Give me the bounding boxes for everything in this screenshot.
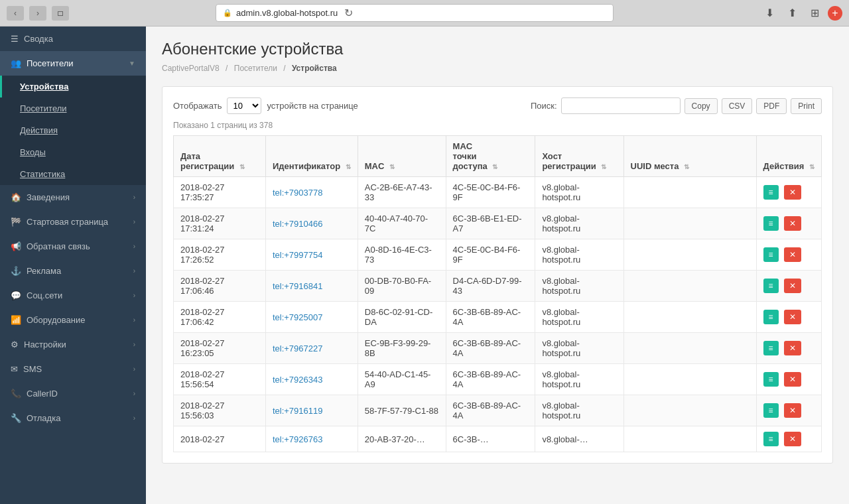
pdf-button[interactable]: PDF xyxy=(756,98,787,114)
sort-icon-mac[interactable]: ⇅ xyxy=(389,163,395,170)
fullscreen-button[interactable]: ⊞ xyxy=(805,4,824,23)
new-tab-button[interactable]: + xyxy=(828,6,842,21)
edit-button[interactable]: ≡ xyxy=(763,372,779,387)
delete-button[interactable]: ✕ xyxy=(784,185,801,200)
sidebar-item-dejstviya[interactable]: Действия xyxy=(0,119,146,141)
browser-chrome: ‹ › □ 🔒 admin.v8.global-hotspot.ru ↻ ⬇ ⬆… xyxy=(0,0,849,27)
window-button[interactable]: □ xyxy=(52,6,69,21)
edit-button[interactable]: ≡ xyxy=(763,216,779,231)
id-link[interactable]: tel:+7997754 xyxy=(273,250,323,260)
print-button[interactable]: Print xyxy=(791,98,822,114)
sort-icon-actions[interactable]: ⇅ xyxy=(809,163,815,170)
sidebar-item-vhody[interactable]: Входы xyxy=(0,141,146,163)
sidebar-item-startovaya[interactable]: 🏁 Стартовая страница › xyxy=(0,210,146,234)
sort-icon-host[interactable]: ⇅ xyxy=(601,163,606,170)
delete-button[interactable]: ✕ xyxy=(784,341,801,355)
page-title: Абонентские устройства xyxy=(162,40,833,58)
copy-button[interactable]: Copy xyxy=(685,98,718,114)
actions-cell: ≡ ✕ xyxy=(763,372,815,387)
sidebar-item-oborudovanie[interactable]: 📶 Оборудование › xyxy=(0,308,146,332)
edit-button[interactable]: ≡ xyxy=(763,341,779,355)
sidebar-item-posetiteli[interactable]: 👥 Посетители ▼ xyxy=(0,51,146,76)
per-page-select[interactable]: 10 25 50 100 xyxy=(227,97,261,114)
id-link[interactable]: tel:+7926343 xyxy=(273,375,323,385)
cell-actions: ≡ ✕ xyxy=(756,271,821,302)
sidebar-item-sms[interactable]: ✉ SMS › xyxy=(0,357,146,381)
sort-icon-mac-ap[interactable]: ⇅ xyxy=(492,163,497,170)
cell-date: 2018-02-27 17:06:46 xyxy=(174,271,266,302)
edit-button[interactable]: ≡ xyxy=(763,432,779,446)
breadcrumb-root[interactable]: CaptivePortalV8 xyxy=(162,64,220,73)
delete-button[interactable]: ✕ xyxy=(784,372,801,387)
sidebar-label-otladka: Отладка xyxy=(27,413,60,423)
id-link[interactable]: tel:+7926763 xyxy=(273,434,323,444)
cell-uuid xyxy=(623,302,756,333)
sidebar-item-ustrojstva[interactable]: Устройства xyxy=(0,76,146,97)
table-row: 2018-02-27 15:56:54 tel:+7926343 54-40-A… xyxy=(174,364,822,395)
main-content: Абонентские устройства CaptivePortalV8 /… xyxy=(146,27,849,504)
cell-id: tel:+7967227 xyxy=(265,333,358,364)
id-link[interactable]: tel:+7916841 xyxy=(273,281,323,291)
cell-id: tel:+7925007 xyxy=(265,302,358,333)
cell-host: v8.global-hotspot.ru xyxy=(535,395,623,426)
edit-button[interactable]: ≡ xyxy=(763,279,779,293)
soc-icon: 💬 xyxy=(11,290,21,300)
sidebar-item-soc-seti[interactable]: 💬 Соц.сети › xyxy=(0,283,146,308)
sidebar-item-zavedeniya[interactable]: 🏠 Заведения › xyxy=(0,185,146,210)
share-button[interactable]: ⬆ xyxy=(783,4,801,23)
download-button[interactable]: ⬇ xyxy=(760,4,779,23)
delete-button[interactable]: ✕ xyxy=(784,216,801,231)
edit-button[interactable]: ≡ xyxy=(763,247,779,262)
address-bar[interactable]: 🔒 admin.v8.global-hotspot.ru ↻ xyxy=(216,4,614,22)
table-info: Показано 1 страниц из 378 xyxy=(173,121,822,130)
sidebar-item-posetiteli-sub[interactable]: Посетители xyxy=(0,97,146,119)
delete-button[interactable]: ✕ xyxy=(784,432,801,446)
sidebar-item-statistika[interactable]: Статистика xyxy=(0,163,146,185)
id-link[interactable]: tel:+7967227 xyxy=(273,344,323,353)
cell-mac: A0-8D-16-4E-C3-73 xyxy=(358,239,446,271)
csv-button[interactable]: CSV xyxy=(722,98,753,114)
edit-button[interactable]: ≡ xyxy=(763,185,779,200)
id-link[interactable]: tel:+7916119 xyxy=(273,406,323,416)
sort-icon-uuid[interactable]: ⇅ xyxy=(684,163,689,170)
cell-host: v8.global-hotspot.ru xyxy=(535,177,623,208)
sidebar-item-reklama[interactable]: ⚓ Реклама › xyxy=(0,259,146,283)
forward-button[interactable]: › xyxy=(29,6,46,21)
menu-icon: ☰ xyxy=(11,34,19,44)
id-link[interactable]: tel:+7903778 xyxy=(273,188,323,198)
back-button[interactable]: ‹ xyxy=(7,6,24,21)
delete-button[interactable]: ✕ xyxy=(784,310,801,324)
sidebar-label-oborud: Оборудование xyxy=(27,315,85,325)
delete-button[interactable]: ✕ xyxy=(784,403,801,418)
cell-host: v8.global-hotspot.ru xyxy=(535,239,623,271)
sidebar-item-svodka[interactable]: ☰ Сводка xyxy=(0,27,146,51)
actions-cell: ≡ ✕ xyxy=(763,341,815,355)
search-input[interactable] xyxy=(561,97,681,114)
id-link[interactable]: tel:+7925007 xyxy=(273,312,323,322)
chevron-icon-start: › xyxy=(133,218,135,225)
sidebar-item-nastrojki[interactable]: ⚙ Настройки › xyxy=(0,332,146,357)
cell-host: v8.global-hotspot.ru xyxy=(535,302,623,333)
chevron-icon-rek: › xyxy=(133,267,135,275)
delete-button[interactable]: ✕ xyxy=(784,279,801,293)
app-layout: ☰ Сводка 👥 Посетители ▼ Устройства Посет… xyxy=(0,27,849,504)
actions-cell: ≡ ✕ xyxy=(763,185,815,200)
reload-button[interactable]: ↻ xyxy=(344,7,353,19)
sidebar-item-obratnaya[interactable]: 📢 Обратная связь › xyxy=(0,234,146,259)
id-link[interactable]: tel:+7910466 xyxy=(273,219,323,229)
cell-date: 2018-02-27 15:56:03 xyxy=(174,395,266,426)
sidebar-item-otladka[interactable]: 🔧 Отладка › xyxy=(0,406,146,430)
cell-date: 2018-02-27 17:26:52 xyxy=(174,239,266,271)
delete-button[interactable]: ✕ xyxy=(784,247,801,262)
sort-icon-date[interactable]: ⇅ xyxy=(239,163,245,170)
breadcrumb-parent[interactable]: Посетители xyxy=(234,64,277,73)
cell-mac: EC-9B-F3-99-29-8B xyxy=(358,333,446,364)
sort-icon-id[interactable]: ⇅ xyxy=(346,163,351,170)
cell-id: tel:+7916119 xyxy=(265,395,358,426)
cell-mac: D8-6C-02-91-CD-DA xyxy=(358,302,446,333)
sidebar-label-nastrojki: Настройки xyxy=(24,340,66,349)
sidebar-item-callerid[interactable]: 📞 CallerID › xyxy=(0,381,146,406)
edit-button[interactable]: ≡ xyxy=(763,403,779,418)
edit-button[interactable]: ≡ xyxy=(763,310,779,324)
cell-mac-ap: 6C-3B-6B-89-AC-4A xyxy=(446,333,535,364)
